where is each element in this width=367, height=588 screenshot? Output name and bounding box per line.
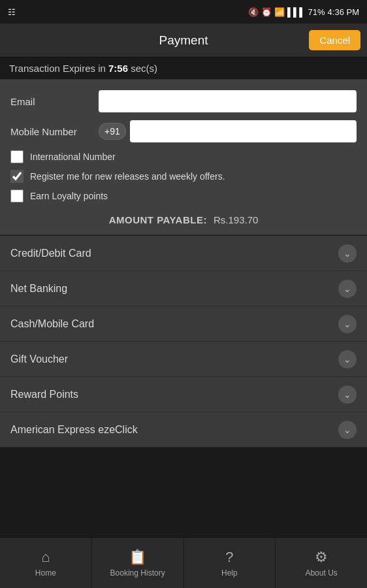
payment-label-credit-debit: Credit/Debit Card [10,248,91,259]
loyalty-checkbox[interactable] [10,189,24,203]
transaction-prefix: Transaction Expires in [9,63,108,74]
amount-row: AMOUNT PAYABLE: Rs.193.70 [10,209,357,225]
mobile-label: Mobile Number [10,126,99,137]
payment-label-cash-mobile: Cash/Mobile Card [10,318,94,330]
register-row: Register me for new releases and weekly … [10,170,357,183]
international-number-checkbox[interactable] [10,150,24,163]
email-row: Email [10,90,357,112]
signal-icon: ▌▌▌ [287,7,306,17]
nav-icon-booking-history: 📋 [129,549,146,566]
payment-label-reward-points: Reward Points [10,389,78,400]
battery-text: 71% [308,7,325,17]
bottom-nav: ⌂ Home 📋 Booking History ? Help ⚙ About … [0,537,367,588]
email-field[interactable] [99,90,357,112]
chevron-icon-reward-points: ⌄ [338,385,357,404]
loyalty-row: Earn Loyalty points [10,189,357,203]
payment-option-cash-mobile[interactable]: Cash/Mobile Card ⌄ [0,306,367,342]
usb-icon: ☷ [8,7,16,17]
chevron-icon-gift-voucher: ⌄ [338,350,357,368]
chevron-icon-amex: ⌄ [338,421,357,439]
nav-icon-help: ? [225,549,233,566]
time-text: 4:36 PM [328,7,359,17]
payment-option-net-banking[interactable]: Net Banking ⌄ [0,271,367,306]
payment-label-net-banking: Net Banking [10,283,67,295]
status-left: ☷ [8,7,16,17]
transaction-time: 7:56 [108,63,128,74]
status-right: 🔇 ⏰ 📶 ▌▌▌ 71% 4:36 PM [248,7,359,17]
nav-item-booking-history[interactable]: 📋 Booking History [92,538,184,588]
alarm-icon: ⏰ [261,7,272,17]
nav-item-about-us[interactable]: ⚙ About Us [276,538,367,588]
nav-item-home[interactable]: ⌂ Home [0,538,92,588]
international-number-label[interactable]: International Number [30,152,116,162]
form-section: Email Mobile Number +91 International Nu… [0,80,367,236]
transaction-bar: Transaction Expires in 7:56 sec(s) [0,57,367,80]
chevron-icon-credit-debit: ⌄ [338,244,357,263]
nav-label-home: Home [35,568,56,578]
chevron-icon-net-banking: ⌄ [338,280,357,298]
email-label: Email [10,96,99,107]
payment-option-credit-debit[interactable]: Credit/Debit Card ⌄ [0,236,367,271]
nav-icon-about-us: ⚙ [315,549,328,566]
mute-icon: 🔇 [248,7,259,17]
mobile-input[interactable] [130,120,357,142]
amount-label: AMOUNT PAYABLE: [109,214,207,225]
payment-options-list: Credit/Debit Card ⌄ Net Banking ⌄ Cash/M… [0,236,367,448]
page-title: Payment [159,33,208,48]
register-label[interactable]: Register me for new releases and weekly … [30,171,225,182]
transaction-suffix: sec(s) [128,63,157,74]
payment-label-gift-voucher: Gift Voucher [10,353,68,365]
register-checkbox[interactable] [10,170,24,183]
header: Payment Cancel [0,24,367,57]
nav-icon-home: ⌂ [41,549,50,566]
nav-label-about-us: About Us [305,568,337,578]
mobile-row: Mobile Number +91 [10,120,357,142]
nav-label-help: Help [221,568,238,578]
country-code: +91 [99,123,126,140]
cancel-button[interactable]: Cancel [309,30,360,50]
loyalty-label[interactable]: Earn Loyalty points [30,191,108,201]
payment-option-reward-points[interactable]: Reward Points ⌄ [0,377,367,412]
nav-label-booking-history: Booking History [110,568,165,578]
payment-label-amex: American Express ezeClick [10,424,138,436]
status-bar: ☷ 🔇 ⏰ 📶 ▌▌▌ 71% 4:36 PM [0,0,367,24]
wifi-icon: 📶 [274,7,285,17]
payment-option-amex[interactable]: American Express ezeClick ⌄ [0,412,367,448]
international-number-row: International Number [10,150,357,163]
payment-option-gift-voucher[interactable]: Gift Voucher ⌄ [0,342,367,377]
chevron-icon-cash-mobile: ⌄ [338,315,357,333]
nav-item-help[interactable]: ? Help [184,538,276,588]
amount-value: Rs.193.70 [214,214,258,225]
